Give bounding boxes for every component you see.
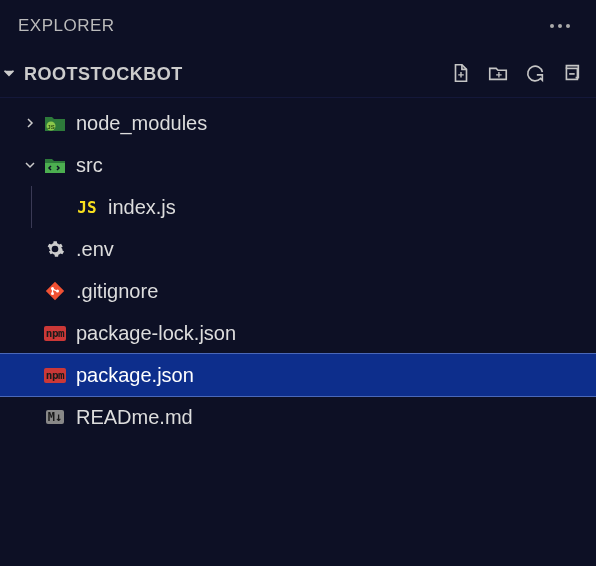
file-tree: JS node_modules src JS index.js .env .gi… <box>0 98 596 438</box>
src-folder-icon <box>40 155 70 175</box>
more-actions-icon[interactable] <box>550 24 578 28</box>
tree-item-label: package.json <box>76 364 194 387</box>
tree-item-label: .gitignore <box>76 280 158 303</box>
gear-icon <box>40 239 70 259</box>
chevron-down-icon <box>0 64 18 86</box>
tree-item-label: READme.md <box>76 406 193 429</box>
explorer-title: EXPLORER <box>18 16 115 36</box>
tree-item-readme[interactable]: M↓ READme.md <box>0 396 596 438</box>
refresh-icon[interactable] <box>524 62 546 88</box>
markdown-icon: M↓ <box>40 410 70 424</box>
tree-item-label: node_modules <box>76 112 207 135</box>
chevron-right-icon <box>20 115 40 131</box>
tree-item-env[interactable]: .env <box>0 228 596 270</box>
chevron-down-icon <box>20 157 40 173</box>
git-icon <box>40 281 70 301</box>
collapse-all-icon[interactable] <box>560 62 582 88</box>
new-folder-icon[interactable] <box>486 62 510 88</box>
tree-item-node-modules[interactable]: JS node_modules <box>0 102 596 144</box>
npm-icon: npm <box>40 326 70 341</box>
tree-item-label: index.js <box>108 196 176 219</box>
tree-item-index-js[interactable]: JS index.js <box>0 186 596 228</box>
npm-icon: npm <box>40 368 70 383</box>
tree-item-label: .env <box>76 238 114 261</box>
tree-item-label: package-lock.json <box>76 322 236 345</box>
tree-item-label: src <box>76 154 103 177</box>
js-file-icon: JS <box>72 198 102 217</box>
project-row[interactable]: ROOTSTOCKBOT <box>0 52 596 98</box>
new-file-icon[interactable] <box>450 62 472 88</box>
project-name: ROOTSTOCKBOT <box>24 64 183 85</box>
svg-text:JS: JS <box>47 124 54 130</box>
tree-item-gitignore[interactable]: .gitignore <box>0 270 596 312</box>
nodejs-folder-icon: JS <box>40 113 70 133</box>
tree-item-src[interactable]: src <box>0 144 596 186</box>
tree-item-package-json[interactable]: npm package.json <box>0 354 596 396</box>
tree-item-package-lock[interactable]: npm package-lock.json <box>0 312 596 354</box>
explorer-header: EXPLORER <box>0 0 596 52</box>
